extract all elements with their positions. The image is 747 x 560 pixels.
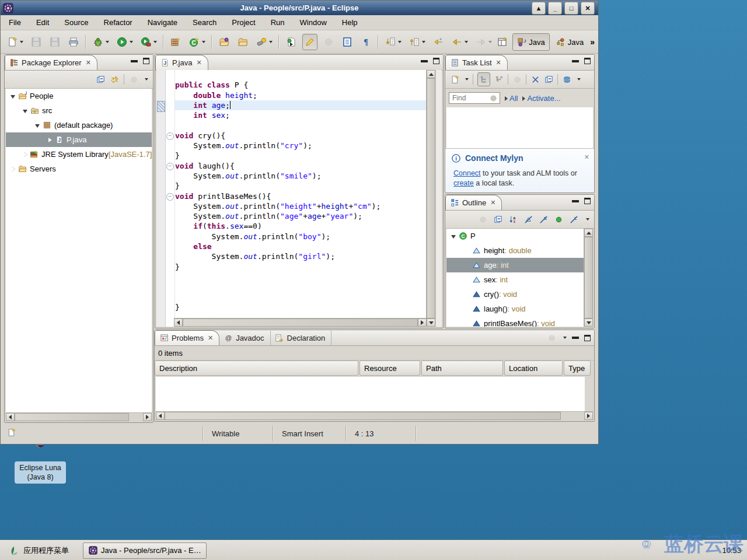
perspective-java[interactable]: J Java [512, 33, 549, 51]
minimize-view-icon[interactable] [572, 337, 579, 339]
pkg-item-jre-system-library[interactable]: JRE System Library [JavaSE-1.7] [6, 147, 152, 162]
minimize-view-icon[interactable] [572, 200, 579, 202]
view-menu-icon[interactable] [563, 337, 567, 339]
maximize-view-icon[interactable] [584, 198, 591, 204]
open-task-button[interactable] [217, 34, 232, 50]
pkg-item--default-package-[interactable]: (default package) [6, 118, 152, 132]
tab-problems[interactable]: Problems ✕ [155, 330, 219, 345]
outline-item-age[interactable]: age : int [446, 258, 585, 272]
mark-occurrences-button[interactable] [302, 34, 317, 50]
forward-button[interactable] [473, 34, 494, 50]
minimize-button[interactable]: _ [548, 2, 562, 15]
package-explorer-hscroll[interactable] [6, 412, 152, 421]
problems-hscroll[interactable] [156, 411, 593, 420]
next-annotation-button[interactable] [383, 34, 403, 50]
menu-navigate[interactable]: Navigate [148, 18, 177, 27]
new-task-icon[interactable] [450, 75, 459, 84]
collapse-all-icon[interactable] [493, 215, 502, 224]
pkg-item-people[interactable]: JPeople [6, 89, 152, 103]
focus-icon[interactable] [547, 333, 556, 342]
tab-package-explorer[interactable]: Package Explorer ✕ [5, 55, 97, 70]
focus-button[interactable] [321, 34, 336, 50]
outline-item-height[interactable]: height : double [446, 243, 585, 258]
hide-fields-icon[interactable] [523, 215, 533, 224]
perspective-java2[interactable]: Java [552, 34, 588, 50]
app-menu-button[interactable]: 应用程序菜单 [0, 545, 76, 556]
open-type-button[interactable] [235, 34, 250, 50]
maximize-button[interactable]: □ [564, 2, 578, 15]
view-menu-icon[interactable] [145, 78, 148, 80]
focus-icon[interactable] [478, 215, 487, 224]
whitespace-button[interactable]: ¶ [358, 34, 374, 50]
close-icon[interactable]: ✕ [584, 153, 589, 161]
hide-completed-icon[interactable] [530, 75, 540, 84]
scheduled-view-icon[interactable] [494, 75, 504, 84]
task-find-box[interactable] [449, 92, 500, 104]
shade-button[interactable]: ▲ [532, 2, 546, 15]
perspective-overflow[interactable]: » [590, 37, 595, 47]
hide-local-icon[interactable]: L [569, 215, 578, 224]
save-all-button[interactable] [47, 34, 62, 50]
collapse-all-icon[interactable] [544, 75, 553, 84]
focus-tasks-icon[interactable] [512, 75, 522, 84]
taskbar-window-button[interactable]: Java - People/src/P.java - E… [83, 542, 207, 559]
minimize-view-icon[interactable] [131, 60, 138, 62]
pkg-item-p-java[interactable]: JP.java [6, 132, 152, 147]
external-tools-button[interactable] [138, 34, 159, 50]
column-resource[interactable]: Resource [359, 360, 420, 376]
new-class-button[interactable]: C [187, 34, 207, 50]
outline-item-sex[interactable]: sex : int [446, 272, 585, 287]
view-menu-icon[interactable] [577, 78, 581, 80]
tab-task-list[interactable]: Task List ✕ [445, 55, 508, 70]
print-button[interactable] [66, 34, 81, 50]
close-icon[interactable]: ✕ [490, 199, 495, 206]
java-element-button[interactable] [284, 34, 299, 50]
task-activate[interactable]: Activate... [527, 94, 560, 103]
menu-file[interactable]: File [9, 18, 21, 27]
column-description[interactable]: Description [155, 360, 358, 376]
run-button[interactable] [114, 34, 135, 50]
fold-marker[interactable]: − [166, 163, 174, 170]
close-icon[interactable]: ✕ [208, 334, 213, 342]
show-source-button[interactable] [340, 34, 355, 50]
mylyn-connect-link[interactable]: Connect [453, 169, 481, 177]
fold-marker[interactable]: − [166, 132, 174, 140]
editor-hscroll[interactable] [174, 318, 427, 327]
back-button[interactable] [449, 34, 470, 50]
titlebar[interactable]: Java - People/src/P.java - Eclipse ▲ _ □… [1, 1, 598, 15]
view-menu-icon[interactable] [586, 218, 589, 220]
menu-search[interactable]: Search [193, 18, 217, 27]
column-type[interactable]: Type [564, 360, 591, 376]
new-wizard-button[interactable] [5, 34, 25, 50]
hide-nonpublic-icon[interactable] [554, 215, 563, 224]
menu-help[interactable]: Help [342, 18, 358, 27]
menu-edit[interactable]: Edit [36, 18, 49, 27]
minimize-view-icon[interactable] [421, 60, 428, 62]
link-editor-icon[interactable] [110, 75, 119, 84]
menu-source[interactable]: Source [64, 18, 88, 27]
outline-item-p[interactable]: CP [446, 229, 585, 243]
code-editor[interactable]: public class P { double height; int age;… [175, 70, 426, 327]
outline-item-cry-[interactable]: cry() : void [446, 287, 585, 302]
outline-item-printlbasemes-[interactable]: printlBaseMes() : void [446, 316, 585, 327]
synchronize-icon[interactable] [562, 75, 571, 84]
minimize-view-icon[interactable] [572, 60, 579, 62]
hide-static-icon[interactable]: S [539, 215, 548, 224]
maximize-view-icon[interactable] [584, 58, 591, 64]
tab-javadoc[interactable]: @ Javadoc [219, 331, 270, 345]
categorized-view-button[interactable] [477, 72, 490, 86]
close-icon[interactable]: ✕ [196, 59, 201, 66]
maximize-view-icon[interactable] [143, 58, 149, 64]
new-java-project-button[interactable] [168, 34, 183, 50]
trim-stack-icon[interactable] [6, 428, 16, 438]
focus-icon[interactable] [129, 75, 138, 84]
task-find-input[interactable] [451, 93, 488, 103]
collapse-all-icon[interactable] [96, 75, 105, 84]
sort-icon[interactable]: az [508, 215, 518, 224]
mylyn-create-link[interactable]: create [453, 179, 474, 187]
search-button[interactable] [254, 34, 274, 50]
tab-outline[interactable]: Outline ✕ [445, 195, 502, 210]
pkg-item-src[interactable]: src [6, 103, 152, 118]
outline-item-laugh-[interactable]: laugh() : void [446, 302, 585, 316]
maximize-view-icon[interactable] [584, 335, 591, 341]
